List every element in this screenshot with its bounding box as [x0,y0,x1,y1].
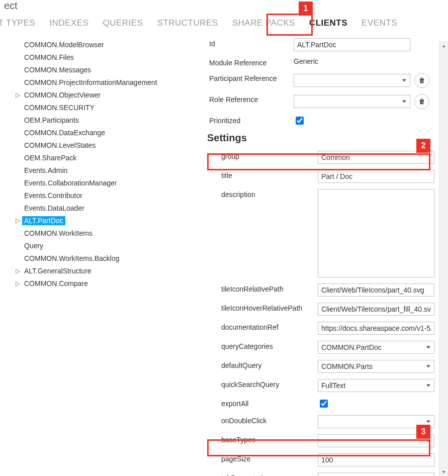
defaultquery-select[interactable]: COMMON.Parts [318,360,434,373]
tree-item[interactable]: ▷COMMON.ObjectViewer [0,88,197,101]
documentationref-label: documentationRef [221,322,318,331]
tab-queries[interactable]: QUERIES [103,18,143,28]
ondoubleclick-label: onDoubleClick [221,415,318,425]
window-title: ect [0,0,448,12]
tree-item[interactable]: Events.Admin [0,164,197,176]
title-label: title [221,170,318,179]
tree-item-label: Events.DataLoader [22,204,86,213]
tree-item-label: OEM.Participants [22,116,81,125]
scroll-down-icon[interactable]: ▾ [439,467,448,476]
tree-item[interactable]: OEM.SharePack [0,151,197,164]
quicksearch-select[interactable]: FullText [318,379,434,392]
tree-item-label: COMMON.Compare [22,279,90,288]
role-ref-delete-button[interactable] [414,94,429,109]
tree-item-label: COMMON.LevelStates [22,141,98,150]
tabpresentation-input[interactable] [318,472,434,476]
tab-indexes[interactable]: INDEXES [49,18,88,28]
tree-item-label: COMMON.DataExchange [22,128,107,137]
tree-item-label: COMMON.Messages [22,65,93,74]
tab-soft-types[interactable]: OFT TYPES [0,18,35,28]
defaultquery-label: defaultQuery [221,360,318,369]
tree-item-label: Events.Contributor [22,191,84,200]
tree-item[interactable]: Events.DataLoader [0,202,197,214]
expand-icon[interactable]: ▷ [13,280,22,287]
tree-item-label: COMMON.WorkItems [22,229,95,238]
tree-item[interactable]: COMMON.SECURITY [0,101,197,114]
tileiconhover-input[interactable] [318,303,434,316]
module-ref-value: Generic [294,57,318,65]
tree-item-label: Query [22,241,45,250]
group-label: group [221,151,318,160]
participant-ref-delete-button[interactable] [414,73,429,88]
pagesize-input[interactable] [318,453,434,466]
tab-events[interactable]: EVENTS [362,18,397,28]
description-textarea[interactable] [318,189,434,277]
vertical-scrollbar[interactable]: ▴ ▾ [439,41,448,476]
role-ref-select[interactable] [294,95,410,108]
tree-item-label: COMMON.Files [22,53,76,62]
exportall-label: exportAll [221,398,318,408]
prioritized-label: Prioritized [209,115,294,125]
group-input[interactable] [318,151,434,164]
tab-structures[interactable]: STRUCTURES [157,18,218,28]
basetypes-select[interactable] [318,434,434,447]
tree-item-label: Events.CollaborationManager [22,178,119,187]
tab-share-packs[interactable]: SHARE PACKS [232,18,295,28]
id-input[interactable] [294,38,410,51]
tree-item-label: COMMON.SECURITY [22,103,97,112]
tab-clients[interactable]: CLIENTS [309,18,347,28]
basetypes-label: baseTypes [221,434,318,444]
tree-item[interactable]: COMMON.Files [0,51,197,63]
tree-item-label: COMMON.WorkItems.Backlog [22,254,122,263]
expand-icon[interactable]: ▷ [13,91,22,99]
tree-item-label: OEM.SharePack [22,153,78,162]
tree-item[interactable]: Events.CollaborationManager [0,176,197,189]
tree-item[interactable]: COMMON.ProjectInformationManagement [0,76,197,88]
querycategories-label: queryCategories [221,341,318,350]
tree-item-label: COMMON.ObjectViewer [22,90,103,100]
tree-item[interactable]: COMMON.LevelStates [0,139,197,151]
pagesize-label: pageSize [221,453,318,463]
id-label: Id [209,38,294,48]
trash-icon [418,98,426,106]
details-form: Id Module Reference Generic Participant … [197,36,448,476]
role-ref-label: Role Reference [209,94,294,104]
tree-item[interactable]: COMMON.DataExchange [0,126,197,139]
tree-item-label: Events.Admin [22,166,69,175]
tree-item[interactable]: COMMON.Messages [0,63,197,76]
participant-ref-select[interactable] [294,74,410,87]
tileicon-input[interactable] [318,283,434,297]
querycategories-select[interactable]: COMMON.PartDoc [318,341,434,354]
tileicon-label: tileIconRelativePath [221,283,318,293]
expand-icon[interactable]: ▷ [13,217,22,224]
tree-item[interactable]: COMMON.ModelBrowser [0,38,197,51]
settings-header: Settings [207,132,444,144]
tree-item-label: ALT.PartDoc [22,216,65,225]
tabpresentation-label: tabPresentation [221,472,318,476]
tileiconhover-label: tileIconHoverRelativePath [221,303,318,312]
tree-item[interactable]: Query [0,239,197,252]
scroll-up-icon[interactable]: ▴ [439,41,448,50]
tree-item[interactable]: ▷COMMON.Compare [0,277,197,290]
main-tabs: OFT TYPES INDEXES QUERIES STRUCTURES SHA… [0,12,448,36]
ondoubleclick-select[interactable] [318,415,434,428]
quicksearch-label: quickSearchQuery [221,379,318,389]
exportall-checkbox[interactable] [320,400,328,408]
prioritized-checkbox[interactable] [296,117,304,125]
participant-ref-label: Participant Reference [209,73,294,82]
expand-icon[interactable]: ▷ [13,267,22,274]
tree-item[interactable]: ▷ALT.GeneralStructure [0,264,197,277]
description-label: description [221,189,318,199]
tree-item[interactable]: ▷ALT.PartDoc [0,214,197,227]
trash-icon [418,76,426,84]
tree-view: COMMON.ModelBrowserCOMMON.FilesCOMMON.Me… [0,36,197,290]
title-input[interactable] [318,170,434,183]
tree-item-label: COMMON.ModelBrowser [22,40,106,49]
tree-item[interactable]: COMMON.WorkItems [0,227,197,239]
tree-item[interactable]: OEM.Participants [0,114,197,126]
tree-item[interactable]: Events.Contributor [0,189,197,202]
documentationref-input[interactable] [318,322,434,335]
tree-item[interactable]: COMMON.WorkItems.Backlog [0,252,197,264]
tree-item-label: ALT.GeneralStructure [22,266,94,275]
tree-item-label: COMMON.ProjectInformationManagement [22,78,159,87]
